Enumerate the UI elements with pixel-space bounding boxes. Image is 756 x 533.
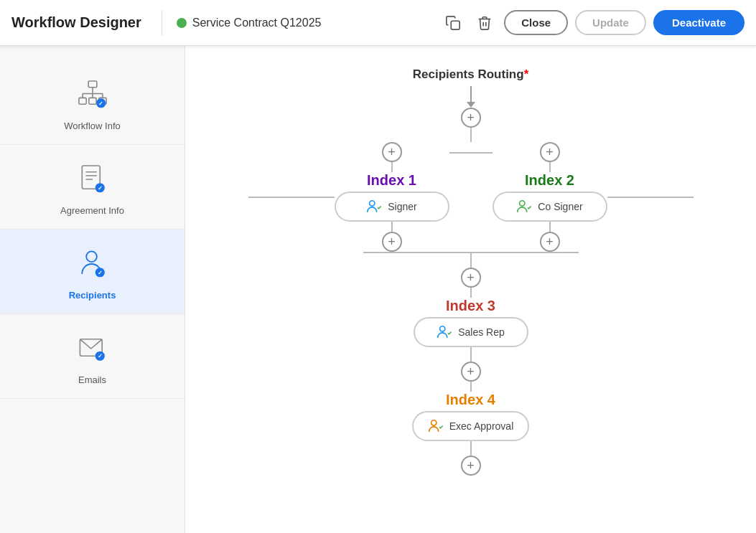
- sidebar: ✓ Workflow Info ✓ Agreement Info: [0, 46, 185, 533]
- initial-arrow: [467, 86, 475, 108]
- recipients-icon-wrap: ✓: [71, 242, 114, 286]
- svg-point-26: [440, 326, 445, 331]
- sidebar-item-agreement-info[interactable]: ✓ Agreement Info: [0, 145, 185, 230]
- svg-text:✓: ✓: [97, 185, 102, 192]
- workflow-name-area: Service Contract Q12025: [177, 16, 322, 29]
- salesrep-label: Sales Rep: [458, 326, 505, 338]
- add-before-branches[interactable]: +: [461, 108, 481, 128]
- emails-icon-wrap: ✓: [71, 327, 114, 370]
- close-button[interactable]: Close: [504, 10, 568, 35]
- execapproval-label: Exec Approval: [449, 420, 514, 432]
- connector-before-branches: [470, 128, 472, 142]
- connector-before-index3: [470, 288, 472, 298]
- workflow-info-icon: ✓: [77, 79, 108, 110]
- cosigner-label: Co Signer: [538, 201, 582, 212]
- add-before-index3[interactable]: +: [461, 268, 481, 288]
- agreement-info-icon-wrap: ✓: [71, 158, 114, 201]
- node-cosigner[interactable]: Co Signer: [493, 192, 607, 222]
- status-dot: [177, 18, 187, 28]
- workflow-canvas: Recipients Routing* +: [248, 67, 694, 511]
- index-2-label: Index 2: [525, 172, 574, 189]
- add-after-index4[interactable]: +: [461, 456, 481, 476]
- svg-rect-1: [88, 81, 97, 88]
- svg-point-24: [370, 201, 375, 206]
- header: Workflow Designer Service Contract Q1202…: [0, 0, 756, 46]
- sidebar-item-workflow-info[interactable]: ✓ Workflow Info: [0, 60, 185, 145]
- svg-text:✓: ✓: [97, 353, 102, 359]
- signer-icon: [366, 199, 382, 214]
- add-branch-1-top[interactable]: +: [382, 142, 402, 162]
- svg-rect-2: [78, 98, 85, 104]
- app-title: Workflow Designer: [11, 14, 141, 31]
- flow-container: Recipients Routing* +: [248, 67, 694, 476]
- sidebar-label-workflow-info: Workflow Info: [64, 121, 121, 131]
- sidebar-label-agreement-info: Agreement Info: [60, 205, 124, 216]
- svg-text:✓: ✓: [98, 100, 103, 107]
- node-signer[interactable]: Signer: [335, 192, 449, 222]
- add-branch-1-bottom[interactable]: +: [382, 232, 402, 252]
- svg-point-18: [86, 251, 97, 262]
- execapproval-icon: [428, 418, 444, 434]
- add-before-index4[interactable]: +: [461, 362, 481, 382]
- svg-text:✓: ✓: [97, 270, 102, 276]
- workflow-info-icon-wrap: ✓: [71, 73, 114, 116]
- canvas: Recipients Routing* +: [185, 46, 756, 533]
- svg-point-25: [520, 201, 525, 206]
- section-title: Recipients Routing*: [413, 67, 529, 82]
- sidebar-item-emails[interactable]: ✓ Emails: [0, 314, 185, 399]
- connector-v-index4: [470, 382, 472, 392]
- add-branch-2-bottom[interactable]: +: [540, 232, 560, 252]
- signer-label: Signer: [388, 201, 416, 212]
- delete-button[interactable]: [472, 11, 497, 35]
- sidebar-label-recipients: Recipients: [69, 290, 116, 301]
- salesrep-icon: [437, 324, 452, 340]
- recipients-icon: ✓: [77, 248, 108, 280]
- agreement-info-icon: ✓: [77, 164, 108, 195]
- index-1-label: Index 1: [367, 172, 416, 189]
- index-3-label: Index 3: [446, 298, 495, 314]
- emails-icon: ✓: [77, 333, 108, 364]
- svg-point-27: [431, 420, 436, 425]
- add-branch-2-top[interactable]: +: [540, 142, 560, 162]
- node-execapproval[interactable]: Exec Approval: [412, 411, 530, 441]
- main-layout: ✓ Workflow Info ✓ Agreement Info: [0, 46, 756, 533]
- svg-rect-0: [452, 21, 460, 29]
- header-divider: [162, 10, 162, 36]
- copy-button[interactable]: [441, 11, 465, 35]
- sidebar-label-emails: Emails: [78, 374, 106, 385]
- sidebar-item-recipients[interactable]: ✓ Recipients: [0, 230, 185, 314]
- header-actions: Close Update Deactivate: [441, 10, 745, 35]
- branch-2: + Index 2 Co: [493, 142, 694, 252]
- connector-before-index4: [470, 347, 472, 362]
- branch-1: + Index 1 Sig: [248, 142, 449, 252]
- index-4-label: Index 4: [446, 392, 495, 408]
- parallel-section: + Index 1 Sig: [248, 142, 694, 253]
- node-salesrep[interactable]: Sales Rep: [414, 317, 528, 347]
- svg-rect-3: [88, 98, 95, 104]
- deactivate-button[interactable]: Deactivate: [653, 10, 745, 35]
- branch-tops: + Index 1 Sig: [248, 142, 694, 252]
- connector-final: [470, 441, 472, 456]
- connector-after-branches: [470, 253, 472, 268]
- update-button[interactable]: Update: [575, 10, 646, 35]
- cosigner-icon: [516, 199, 532, 214]
- workflow-name: Service Contract Q12025: [192, 16, 322, 29]
